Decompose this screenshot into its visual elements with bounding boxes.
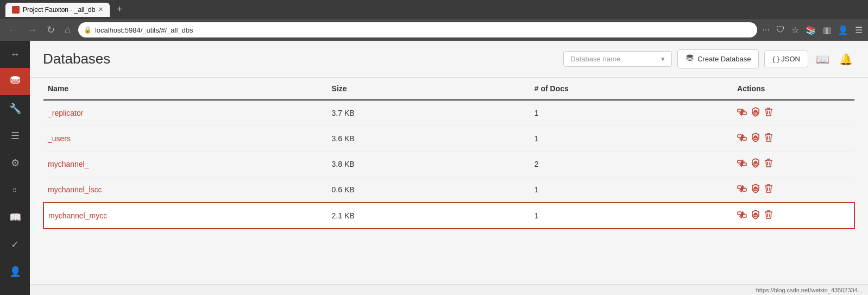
action-icons-group: [737, 133, 850, 145]
menu-icon[interactable]: ☰: [855, 25, 863, 35]
url-text: localhost:5984/_utils/#/_all_dbs: [95, 26, 193, 34]
delete-icon[interactable]: [764, 184, 773, 196]
db-name-cell[interactable]: mychannel_: [43, 152, 328, 177]
db-name-link[interactable]: _users: [48, 134, 71, 143]
db-name-link[interactable]: _replicator: [48, 109, 83, 117]
sidebar-item-back[interactable]: ↔: [0, 41, 30, 68]
replicate-icon[interactable]: [737, 107, 747, 119]
svg-rect-5: [738, 109, 741, 112]
replicate-icon[interactable]: [737, 158, 747, 170]
table-row[interactable]: mychannel_mycc 2.1 KB 1: [43, 203, 854, 229]
db-docs-cell: 1: [530, 177, 733, 203]
delete-icon[interactable]: [764, 158, 773, 170]
create-database-button[interactable]: Create Database: [677, 49, 759, 68]
db-name-cell[interactable]: _replicator: [43, 100, 328, 126]
security-icon[interactable]: [751, 133, 760, 145]
star-icon[interactable]: ☆: [791, 25, 799, 35]
browser-chrome: Project Fauxton - _all_db ✕ +: [0, 0, 868, 19]
sidebar-item-database[interactable]: [0, 68, 30, 95]
db-name-link[interactable]: mychannel_lscc: [48, 185, 102, 194]
create-db-icon: [685, 54, 694, 64]
list-icon: ☰: [11, 130, 20, 142]
databases-table: Name Size # of Docs Actions _replicator …: [43, 78, 855, 229]
table-row[interactable]: mychannel_ 3.8 KB 2: [43, 152, 854, 177]
action-icons-group: [737, 107, 850, 119]
table-row[interactable]: _replicator 3.7 KB 1: [43, 100, 854, 126]
delete-icon[interactable]: [764, 133, 773, 145]
tab-favicon: [12, 6, 20, 14]
security-icon[interactable]: [751, 107, 760, 119]
sidebar-item-wrench[interactable]: 🔧: [0, 95, 30, 122]
table-row[interactable]: _users 3.6 KB 1: [43, 126, 854, 152]
security-icon[interactable]: [751, 158, 760, 170]
db-name-link[interactable]: mychannel_: [48, 160, 89, 168]
new-tab-button[interactable]: +: [112, 2, 127, 17]
browser-tab[interactable]: Project Fauxton - _all_db ✕: [5, 3, 110, 17]
tab-bar: Project Fauxton - _all_db ✕ +: [5, 2, 127, 17]
sidebar-item-list[interactable]: ☰: [0, 122, 30, 149]
wrench-icon: 🔧: [9, 103, 21, 115]
db-docs-cell: 1: [530, 203, 733, 229]
bookmark-icon[interactable]: 🛡: [776, 25, 785, 35]
db-docs-cell: 2: [530, 152, 733, 177]
reading-list-icon[interactable]: 📚: [806, 25, 816, 35]
sidebar-item-book[interactable]: 📖: [0, 204, 30, 231]
forward-button[interactable]: →: [25, 23, 39, 37]
db-actions-cell: [733, 100, 854, 126]
sidebar-item-person[interactable]: 👤: [0, 258, 30, 285]
json-button[interactable]: { } JSON: [764, 51, 808, 67]
delete-icon[interactable]: [764, 107, 773, 119]
db-docs-cell: 1: [530, 126, 733, 152]
col-header-actions: Actions: [733, 78, 854, 100]
dropdown-chevron-icon[interactable]: ▾: [661, 55, 665, 63]
create-database-label: Create Database: [697, 55, 751, 63]
db-name-input[interactable]: Database name ▾: [563, 51, 672, 67]
docs-icon-button[interactable]: 📖: [814, 51, 832, 68]
home-button[interactable]: ⌂: [62, 23, 73, 37]
security-icon[interactable]: [751, 210, 760, 222]
back-button[interactable]: ←: [5, 23, 20, 37]
sidebar-item-check[interactable]: ✓: [0, 231, 30, 258]
more-options-icon[interactable]: ···: [763, 25, 770, 35]
table-header-row: Name Size # of Docs Actions: [43, 78, 854, 100]
replicate-icon[interactable]: [737, 210, 747, 222]
sidebar-item-gear[interactable]: ⚙: [0, 149, 30, 177]
content-area: Databases Database name ▾ Cr: [30, 41, 868, 295]
db-name-cell[interactable]: _users: [43, 126, 328, 152]
security-icon[interactable]: [751, 184, 760, 196]
sidebar-toggle-icon[interactable]: ▥: [823, 25, 831, 35]
tab-title: Project Fauxton - _all_db: [23, 6, 95, 14]
db-actions-cell: [733, 203, 854, 229]
svg-rect-21: [738, 212, 741, 215]
db-size-cell: 3.8 KB: [328, 152, 530, 177]
svg-rect-9: [738, 135, 741, 137]
db-size-cell: 0.6 KB: [328, 177, 530, 203]
sidebar-item-dots[interactable]: ⠿: [0, 177, 30, 204]
replicate-icon[interactable]: [737, 184, 747, 196]
table-row[interactable]: mychannel_lscc 0.6 KB 1: [43, 177, 854, 203]
lock-icon: 🔒: [84, 26, 92, 34]
db-actions-cell: [733, 177, 854, 203]
db-name-cell[interactable]: mychannel_lscc: [43, 177, 328, 203]
col-header-size: Size: [328, 78, 530, 100]
notifications-button[interactable]: 🔔: [837, 51, 855, 68]
tab-close-button[interactable]: ✕: [98, 6, 103, 13]
browser-toolbar-icons: ··· 🛡 ☆ 📚 ▥ 👤 ☰: [763, 25, 863, 35]
replicate-icon[interactable]: [737, 133, 747, 145]
col-header-docs: # of Docs: [530, 78, 733, 100]
action-icons-group: [737, 210, 850, 222]
person-icon: 👤: [9, 266, 21, 278]
reload-button[interactable]: ↻: [45, 23, 57, 37]
db-actions-cell: [733, 126, 854, 152]
book-open-icon: 📖: [816, 53, 829, 65]
status-bar: https://blog.csdn.net/weixin_43502334...: [30, 284, 868, 295]
db-size-cell: 3.7 KB: [328, 100, 530, 126]
db-name-link[interactable]: mychannel_mycc: [48, 211, 107, 220]
page-title: Databases: [43, 51, 110, 67]
delete-icon[interactable]: [764, 210, 773, 222]
dots-icon: ⠿: [12, 187, 17, 193]
address-bar[interactable]: 🔒 localhost:5984/_utils/#/_all_dbs: [78, 22, 757, 37]
profile-icon[interactable]: 👤: [838, 25, 848, 35]
back-arrow-icon: ↔: [10, 49, 20, 60]
db-name-cell[interactable]: mychannel_mycc: [43, 203, 328, 229]
